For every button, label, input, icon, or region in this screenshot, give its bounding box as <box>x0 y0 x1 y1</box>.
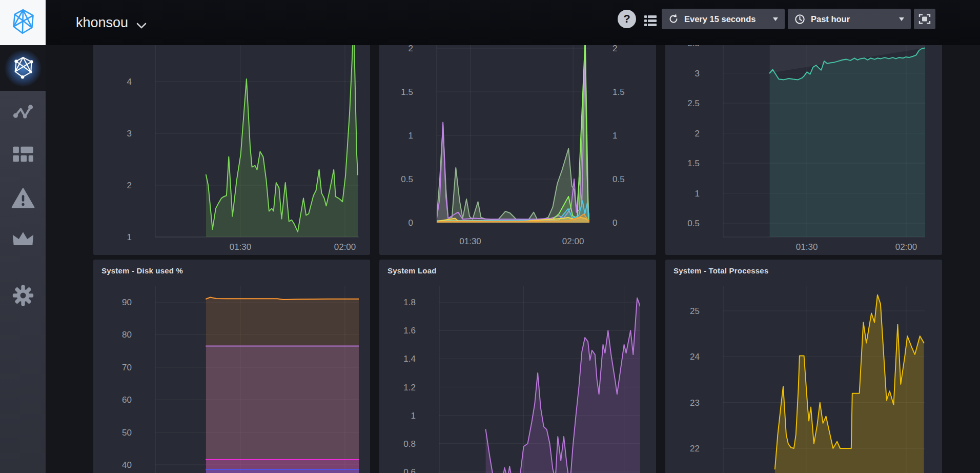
refresh-interval-label: Every 15 seconds <box>684 14 756 24</box>
y-tick-label-right: 1.5 <box>612 87 625 97</box>
y-tick-label: 2 <box>695 129 700 139</box>
app-logo-box[interactable] <box>0 0 46 45</box>
dashboard-title-dropdown[interactable]: khonsou <box>76 0 147 45</box>
y-tick-label: 22 <box>690 444 700 454</box>
y-tick-label: 1.2 <box>403 383 416 392</box>
x-tick-label: 02:00 <box>334 242 356 252</box>
playlist-icon <box>642 13 659 31</box>
crown-icon <box>12 231 34 249</box>
playlist-button[interactable] <box>642 13 659 31</box>
chart-disk-used-canvas[interactable]: 908070605040 <box>93 260 370 473</box>
caret-down-icon <box>773 17 778 24</box>
y-tick-label: 3 <box>127 129 132 139</box>
clock-icon <box>794 14 805 25</box>
x-tick-label: 02:00 <box>895 242 917 252</box>
y-tick-label-right: 0 <box>612 218 617 228</box>
alert-triangle-icon <box>11 188 35 210</box>
y-tick-label: 3 <box>695 69 700 78</box>
panel-title-disk-used[interactable]: System - Disk used % <box>101 266 183 275</box>
y-tick-label: 50 <box>122 428 132 438</box>
y-tick-label: 1.5 <box>687 159 700 168</box>
help-button[interactable]: ? <box>618 10 636 28</box>
series-fill-disk-blue <box>206 469 359 473</box>
grafana-gem-icon <box>10 8 36 37</box>
chart-total-processes-canvas[interactable]: 25242322 <box>665 260 942 473</box>
series-fill-teal <box>770 48 925 237</box>
y-tick-label: 0.6 <box>403 467 416 473</box>
top-navbar: khonsou ? Every 15 seconds <box>0 0 980 45</box>
series-fill-disk-purple <box>206 346 359 473</box>
panel-system-load: System Load 1.81.61.41.210.80.6 <box>379 260 656 473</box>
y-tick-label: 60 <box>122 395 132 405</box>
x-tick-label: 01:30 <box>230 242 252 252</box>
series-fill-sage-area <box>437 40 589 223</box>
y-tick-label: 1.6 <box>403 326 416 336</box>
settings-gear-icon <box>12 284 34 309</box>
sidebar-item-metrics[interactable] <box>0 91 46 134</box>
y-tick-label: 2 <box>127 181 132 190</box>
chart-system-load-canvas[interactable]: 1.81.61.41.210.80.6 <box>379 260 656 473</box>
x-tick-label: 02:00 <box>562 236 584 246</box>
y-tick-label: 24 <box>690 352 700 362</box>
y-tick-label: 0.5 <box>687 219 700 228</box>
y-tick-label: 1.4 <box>403 354 416 364</box>
x-tick-label: 01:30 <box>459 236 481 246</box>
kiosk-fullscreen-icon <box>918 13 931 25</box>
panel-title-system-load[interactable]: System Load <box>387 266 437 275</box>
dashboard-grid: 432101:3002:00 221.51.5110.50.50001:3002… <box>46 0 980 473</box>
dashboard-title: khonsou <box>76 15 128 31</box>
series-p5 <box>486 298 640 473</box>
metrics-pulse-icon <box>12 102 34 124</box>
y-tick-label: 2.5 <box>687 98 700 108</box>
series-fill-load <box>206 25 358 237</box>
y-tick-label: 1 <box>695 189 700 199</box>
y-tick-label: 40 <box>122 460 132 470</box>
y-tick-label: 4 <box>127 77 132 87</box>
refresh-icon <box>668 14 679 24</box>
series-line-disk-orange <box>206 298 359 300</box>
grafana-logo-icon <box>11 55 35 81</box>
y-tick-label: 1 <box>409 131 413 141</box>
y-tick-label: 25 <box>690 306 700 316</box>
sidebar-item-grafana-logo[interactable] <box>0 45 46 91</box>
panel-disk-used: System - Disk used % 908070605040 <box>93 260 370 473</box>
y-tick-label: 0.5 <box>401 174 413 184</box>
time-range-button[interactable]: Past hour <box>788 9 911 29</box>
sidebar-item-dashboards[interactable] <box>0 134 46 177</box>
caret-down-icon <box>899 17 904 24</box>
y-tick-label: 1 <box>411 411 416 421</box>
sidebar-item-plugins[interactable] <box>0 219 46 262</box>
series-p4 <box>206 298 359 473</box>
sidebar-item-configuration[interactable] <box>0 275 46 318</box>
y-tick-label: 90 <box>122 298 132 307</box>
series-fill-processes <box>775 295 924 473</box>
dashboards-grid-icon <box>12 146 34 165</box>
refresh-interval-button[interactable]: Every 15 seconds <box>662 9 785 29</box>
chevron-down-icon <box>136 16 147 32</box>
y-tick-label: 80 <box>122 330 132 340</box>
panel-total-processes: System - Total Processes 25242322 <box>665 260 942 473</box>
panel-title-total-processes[interactable]: System - Total Processes <box>673 266 768 275</box>
y-tick-label: 1.8 <box>403 298 416 307</box>
left-sidebar <box>0 45 46 473</box>
y-tick-label: 0 <box>409 218 413 228</box>
question-mark-icon: ? <box>623 12 630 26</box>
series-p6 <box>775 295 924 473</box>
kiosk-mode-button[interactable] <box>914 9 935 29</box>
y-tick-label: 0.8 <box>403 439 416 449</box>
y-tick-label-right: 1 <box>612 131 617 141</box>
y-tick-label: 1.5 <box>401 87 413 97</box>
y-tick-label: 1 <box>127 232 132 242</box>
series-p2 <box>437 40 589 223</box>
series-p1 <box>206 25 358 237</box>
y-tick-label: 23 <box>690 398 700 408</box>
x-tick-label: 01:30 <box>796 242 818 252</box>
y-tick-label: 70 <box>122 363 132 372</box>
sidebar-item-alerting[interactable] <box>0 178 46 221</box>
y-tick-label-right: 0.5 <box>612 174 625 184</box>
time-range-label: Past hour <box>811 14 850 24</box>
